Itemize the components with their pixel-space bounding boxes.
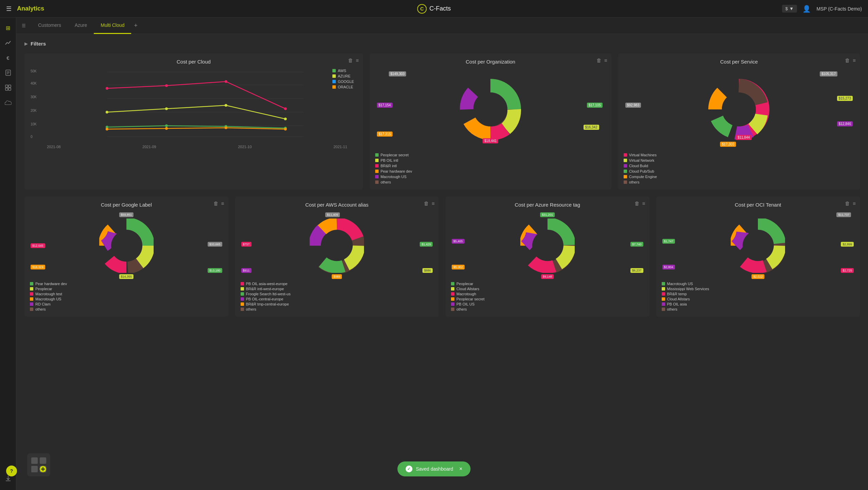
line-chart-svg bbox=[40, 69, 368, 140]
azure-tag-menu-icon[interactable]: ≡ bbox=[642, 200, 645, 206]
user-icon[interactable]: 👤 bbox=[802, 5, 811, 13]
svg-point-32 bbox=[225, 126, 227, 129]
help-button[interactable]: ? bbox=[6, 466, 17, 476]
sidebar-item-grid[interactable]: ⊞ bbox=[2, 22, 14, 34]
donut-azure-tag-svg bbox=[520, 218, 575, 273]
cloud-icon bbox=[5, 100, 12, 105]
aws-menu-icon[interactable]: ≡ bbox=[432, 200, 435, 206]
donut-google-container: $59,851 $12,645 $16,029 $14,355 $13,180 … bbox=[30, 212, 223, 280]
cost-per-cloud-card: Cost per Cloud 🗑 ≡ 50K 40K 30K 20K 10K 0 bbox=[24, 53, 363, 190]
cost-per-aws-card: Cost per AWS Account alias 🗑 ≡ bbox=[235, 196, 439, 317]
cost-per-service-delete-icon[interactable]: 🗑 bbox=[845, 57, 850, 63]
line-chart-legend: AWS AZURE GOOGLE ORACLE bbox=[332, 69, 354, 89]
oci-actions: 🗑 ≡ bbox=[845, 200, 856, 206]
line-chart: 50K 40K 30K 20K 10K 0 bbox=[30, 69, 358, 143]
legend-svc-5: others bbox=[624, 180, 854, 184]
gl-val-3: $14,355 bbox=[119, 274, 134, 279]
legend-aws-0: PB OIL asia-west-europe bbox=[241, 282, 434, 286]
org-val-5: $17,154 bbox=[377, 103, 393, 108]
aws-delete-icon[interactable]: 🗑 bbox=[424, 200, 429, 206]
azt-val-3: $9,148 bbox=[541, 274, 554, 279]
tab-menu-icon[interactable]: ☰ bbox=[22, 23, 26, 28]
azure-tag-legend: Peoplecar Cloud Allstars Macrotough Peop… bbox=[451, 282, 644, 311]
sidebar-item-reports[interactable] bbox=[2, 67, 14, 79]
azt-val-4: $5,002 bbox=[452, 265, 465, 269]
sidebar-item-cost[interactable]: € bbox=[2, 52, 14, 64]
legend-azure: AZURE bbox=[332, 74, 354, 78]
logo-icon: C bbox=[417, 4, 427, 14]
add-widget-button[interactable] bbox=[27, 453, 50, 476]
oci-val-3: $2,022 bbox=[751, 274, 764, 279]
donut-oci-svg bbox=[731, 218, 785, 273]
legend-oci-2: BR&R temp bbox=[662, 292, 855, 296]
donut-service-svg bbox=[707, 77, 771, 142]
cost-per-org-title: Cost per Organization bbox=[375, 59, 606, 65]
svg-rect-44 bbox=[31, 466, 38, 472]
currency-button[interactable]: $ ▼ bbox=[782, 5, 797, 13]
aws-val-3: $888 bbox=[332, 274, 342, 279]
cost-per-cloud-delete-icon[interactable]: 🗑 bbox=[348, 57, 353, 63]
toast-close-button[interactable]: × bbox=[459, 466, 462, 472]
svg-rect-8 bbox=[5, 88, 8, 90]
filters-chevron[interactable]: ▶ bbox=[24, 41, 28, 46]
svc-val-1: $15,273 bbox=[837, 96, 853, 101]
tab-customers[interactable]: Customers bbox=[31, 18, 68, 34]
aws-legend: PB OIL asia-west-europe BR&R intl-west-e… bbox=[241, 282, 434, 311]
oci-menu-icon[interactable]: ≡ bbox=[853, 200, 856, 206]
svg-rect-6 bbox=[5, 85, 8, 87]
legend-org-5: others bbox=[375, 180, 606, 184]
cost-per-cloud-actions: 🗑 ≡ bbox=[348, 57, 359, 63]
org-name: MSP (C-Facts Demo) bbox=[816, 6, 862, 12]
cost-per-org-delete-icon[interactable]: 🗑 bbox=[596, 57, 602, 63]
aws-dot bbox=[332, 69, 336, 72]
toast-check-icon: ✓ bbox=[405, 466, 412, 472]
cost-per-org-menu-icon[interactable]: ≡ bbox=[604, 57, 607, 63]
sidebar-item-dashboard[interactable] bbox=[2, 82, 14, 94]
azt-val-1: $7,740 bbox=[630, 242, 643, 247]
aws-val-5: $757 bbox=[241, 242, 251, 247]
x-axis-labels: 2021-08 2021-09 2021-10 2021-11 bbox=[30, 145, 358, 149]
org-legend: Peoplecar secret PB OIL intl BR&R intl P… bbox=[375, 153, 606, 184]
tab-multicloud[interactable]: Multi Cloud bbox=[94, 18, 131, 34]
sidebar-item-analytics[interactable] bbox=[2, 37, 14, 49]
legend-gl-1: Peoplecar bbox=[30, 287, 223, 291]
oci-val-5: $1,747 bbox=[662, 239, 675, 244]
cost-per-google-label-title: Cost per Google Label bbox=[30, 202, 223, 208]
download-icon bbox=[5, 475, 11, 482]
cost-per-service-title: Cost per Service bbox=[624, 59, 854, 65]
legend-oci-4: PB OIL asia bbox=[662, 302, 855, 306]
legend-azt-1: Cloud Allstars bbox=[451, 287, 644, 291]
gl-val-2: $16,029 bbox=[31, 265, 45, 269]
google-label-menu-icon[interactable]: ≡ bbox=[221, 200, 224, 206]
y-label-50k: 50K bbox=[31, 69, 37, 73]
svg-rect-9 bbox=[8, 88, 11, 90]
legend-aws: AWS bbox=[332, 69, 354, 73]
legend-azt-3: Peoplecar secret bbox=[451, 297, 644, 301]
sidebar-item-cloud[interactable] bbox=[2, 97, 14, 109]
google-label-delete-icon[interactable]: 🗑 bbox=[213, 200, 219, 206]
svg-rect-42 bbox=[31, 457, 38, 464]
azure-tag-delete-icon[interactable]: 🗑 bbox=[635, 200, 640, 206]
hamburger-icon[interactable]: ☰ bbox=[6, 5, 12, 13]
azt-val-5: $5,465 bbox=[452, 239, 465, 244]
aws-actions: 🗑 ≡ bbox=[424, 200, 435, 206]
legend-org-3: Pear hardware dev bbox=[375, 169, 606, 173]
legend-gl-5: others bbox=[30, 307, 223, 311]
cost-per-org-actions: 🗑 ≡ bbox=[596, 57, 607, 63]
svg-point-37 bbox=[722, 92, 756, 126]
toast-message: Saved dashboard bbox=[416, 466, 453, 472]
azure-dot bbox=[332, 74, 336, 78]
svg-point-20 bbox=[225, 80, 227, 83]
legend-org-4: Macrotough US bbox=[375, 175, 606, 179]
oci-delete-icon[interactable]: 🗑 bbox=[845, 200, 850, 206]
y-label-20k: 20K bbox=[31, 109, 37, 112]
legend-gl-4: RD Clam bbox=[30, 302, 223, 306]
google-label-legend: Pear hardware dev Peoplecar Macrotough t… bbox=[30, 282, 223, 311]
tab-add-button[interactable]: + bbox=[131, 22, 140, 29]
donut-org-svg bbox=[458, 77, 523, 142]
cost-per-service-menu-icon[interactable]: ≡ bbox=[853, 57, 856, 63]
add-widget-icon bbox=[31, 457, 47, 473]
tab-azure[interactable]: Azure bbox=[68, 18, 94, 34]
top-nav: ☰ Analytics C C-Facts $ ▼ 👤 MSP (C-Facts… bbox=[0, 0, 868, 18]
cost-per-cloud-menu-icon[interactable]: ≡ bbox=[356, 57, 359, 63]
